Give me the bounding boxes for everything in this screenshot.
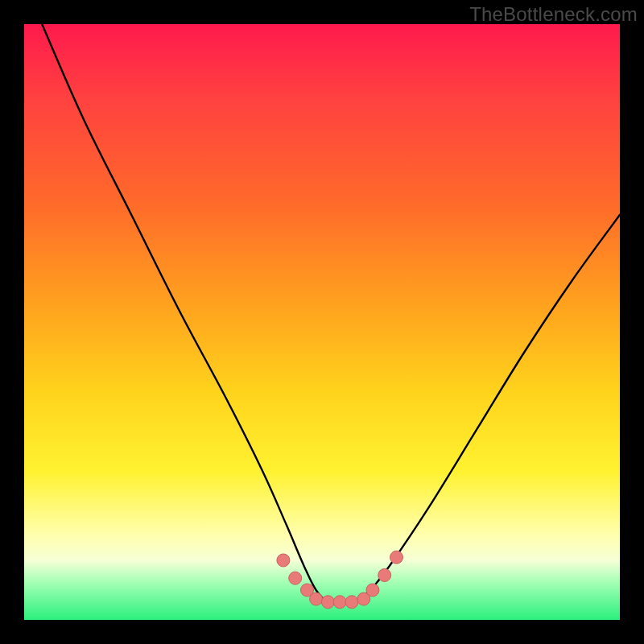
highlight-dot — [333, 596, 346, 609]
highlight-dot — [321, 596, 334, 609]
highlight-dot — [378, 569, 391, 582]
plot-area — [24, 24, 620, 620]
highlight-dot — [390, 551, 403, 564]
highlight-dot — [289, 572, 302, 584]
highlight-dots-group — [277, 551, 403, 609]
chart-frame: TheBottleneck.com — [0, 0, 644, 644]
watermark-text: TheBottleneck.com — [469, 3, 638, 26]
highlight-dot — [277, 554, 290, 567]
highlight-dot — [310, 592, 323, 605]
bottleneck-curve-svg — [24, 24, 620, 620]
highlight-dot — [366, 584, 379, 597]
highlight-dot — [345, 596, 358, 609]
bottleneck-curve-path — [42, 24, 620, 603]
